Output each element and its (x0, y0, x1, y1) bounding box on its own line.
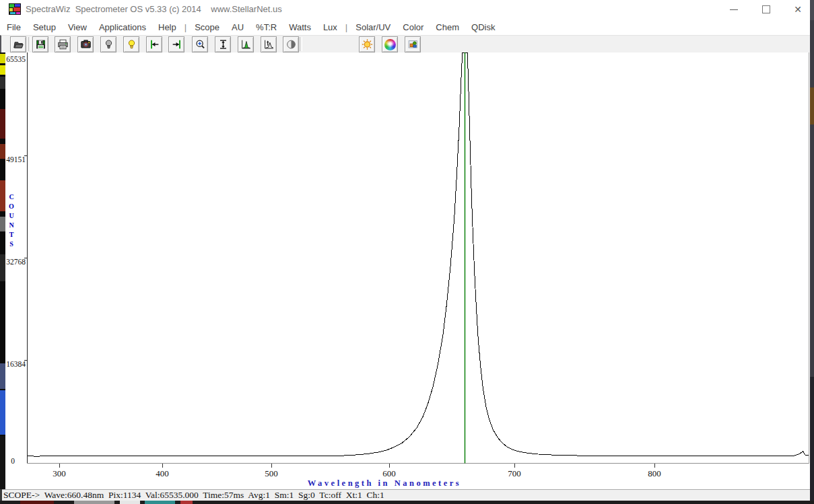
toolbar-button-autoscale-y[interactable] (215, 36, 231, 52)
window-title: SpectraWiz Spectrometer OS v5.33 (c) 201… (26, 4, 282, 14)
toolbar-button-zoom-in[interactable] (192, 36, 208, 52)
y-tick-label: 16384 (5, 360, 26, 368)
desktop-edge-right (810, 0, 814, 504)
autoscale-y-icon (217, 38, 230, 50)
toolbar-button-open-file[interactable] (10, 36, 26, 52)
close-button[interactable]: ✕ (786, 0, 809, 19)
toolbar-button-snapshot[interactable] (77, 36, 94, 52)
toolbar-button-view-peaks[interactable] (238, 36, 254, 52)
toolbar-button-print[interactable] (55, 36, 71, 52)
minimize-button[interactable] (722, 0, 745, 19)
y-axis-title-letter: C (7, 193, 16, 201)
menu-item-solar-uv[interactable]: Solar/UV (349, 22, 397, 32)
snapshot-icon (79, 38, 92, 50)
title-bar: SpectraWiz Spectrometer OS v5.33 (c) 201… (0, 0, 810, 19)
lamp-off-icon (102, 38, 115, 50)
menu-item-view[interactable]: View (62, 22, 93, 32)
dark-reference-icon (285, 38, 298, 50)
toolbar-button-color-measure[interactable] (382, 36, 398, 52)
menu-item-chem[interactable]: Chem (430, 22, 465, 32)
range-start-icon (148, 38, 161, 50)
menu-bar: FileSetupViewApplicationsHelp|ScopeAU%T:… (0, 19, 811, 35)
y-axis-title-letter: T (7, 231, 16, 238)
y-axis-title-letter: U (7, 212, 16, 219)
menu-item-applications[interactable]: Applications (93, 22, 152, 32)
toolbar-button-peak-track[interactable] (261, 36, 277, 52)
toolbar-button-save-file[interactable] (32, 36, 48, 52)
toolbar-separator (28, 37, 31, 51)
x-axis-title: Wavelength in Nanometers (308, 478, 461, 489)
y-tick-label: 0 (5, 457, 15, 465)
applications-icon (407, 38, 419, 50)
toolbar (0, 35, 810, 52)
view-peaks-icon (240, 38, 252, 50)
toolbar-button-dark-reference[interactable] (283, 36, 299, 52)
open-file-icon (12, 38, 25, 50)
zoom-in-icon (194, 38, 207, 50)
y-tick-label: 49151 (5, 155, 26, 164)
toolbar-button-sun-reference[interactable] (359, 36, 375, 52)
menu-item-color[interactable]: Color (397, 22, 430, 32)
menu-item-au[interactable]: AU (226, 22, 250, 32)
menu-separator: | (182, 22, 189, 32)
menu-item-watts[interactable]: Watts (283, 22, 317, 32)
menu-item-t-r[interactable]: %T:R (250, 22, 283, 32)
y-axis-title-letter: S (7, 240, 16, 248)
x-tick-label: 800 (640, 468, 669, 479)
peak-track-icon (263, 38, 275, 50)
toolbar-button-applications[interactable] (405, 36, 421, 52)
spectrawiz-window: SpectraWiz Spectrometer OS v5.33 (c) 201… (0, 0, 814, 504)
print-icon (57, 38, 69, 50)
x-tick-label: 600 (374, 468, 404, 479)
desktop-edge-left (0, 52, 5, 489)
x-tick-label: 400 (147, 468, 177, 479)
toolbar-button-range-start[interactable] (146, 36, 162, 52)
desktop-edge-bottom (0, 501, 814, 504)
status-bar: SCOPE-> Wave:660.48nm Pix:1134 Val:65535… (0, 489, 810, 501)
toolbar-button-lamp-on[interactable] (123, 36, 139, 52)
menu-item-lux[interactable]: Lux (317, 22, 343, 32)
y-axis-title-letter: O (7, 203, 16, 210)
y-axis-title-letter: N (7, 221, 16, 229)
toolbar-button-lamp-off[interactable] (100, 36, 116, 52)
x-tick-label: 300 (44, 468, 74, 479)
color-measure-icon (384, 39, 396, 50)
app-icon (9, 3, 21, 15)
maximize-icon (762, 5, 770, 13)
sun-reference-icon (361, 38, 374, 50)
toolbar-separator (300, 37, 302, 51)
y-tick-label: 65535 (5, 55, 26, 63)
x-tick-label: 700 (500, 468, 529, 479)
menu-item-qdisk[interactable]: QDisk (465, 22, 501, 32)
status-bar-left-edge (0, 489, 2, 501)
menu-item-scope[interactable]: Scope (189, 22, 226, 32)
maximize-button[interactable] (755, 0, 778, 19)
lamp-on-icon (125, 38, 138, 50)
spectrum-plot[interactable] (0, 52, 810, 489)
menu-separator: | (343, 22, 349, 32)
range-end-icon (170, 38, 183, 50)
x-tick-label: 500 (257, 468, 286, 479)
menu-item-setup[interactable]: Setup (27, 22, 62, 32)
save-file-icon (34, 38, 47, 50)
y-tick-label: 32768 (5, 258, 26, 266)
toolbar-button-range-end[interactable] (168, 36, 184, 52)
menu-item-file[interactable]: File (1, 22, 27, 32)
minimize-icon (730, 9, 738, 10)
menu-item-help[interactable]: Help (152, 22, 182, 32)
